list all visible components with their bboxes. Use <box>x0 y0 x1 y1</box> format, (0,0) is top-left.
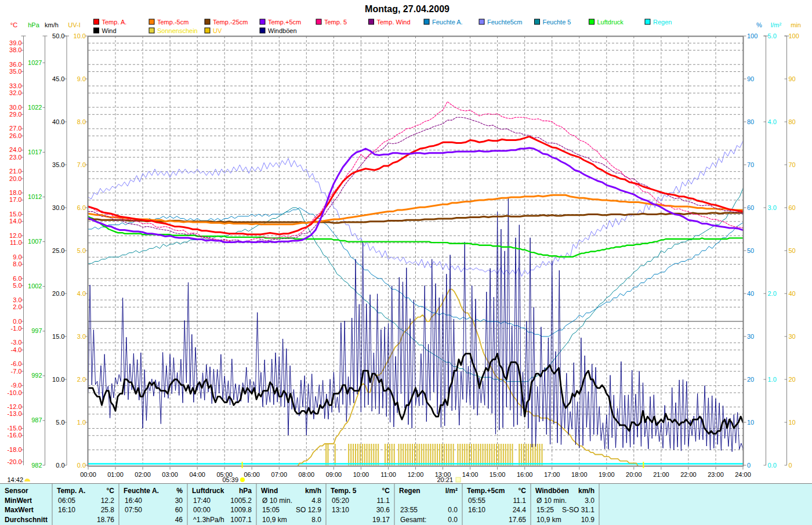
svg-text:20.0: 20.0 <box>9 175 21 182</box>
svg-text:-15.0: -15.0 <box>7 425 21 432</box>
svg-text:10.0: 10.0 <box>74 32 86 39</box>
svg-text:100: 100 <box>747 32 757 39</box>
svg-text:Temp. A.: Temp. A. <box>102 19 127 26</box>
svg-text:40: 40 <box>747 290 754 297</box>
svg-text:1009.8: 1009.8 <box>230 506 252 514</box>
svg-text:21.0: 21.0 <box>9 168 21 175</box>
svg-text:-6.0: -6.0 <box>11 360 22 367</box>
svg-text:1022: 1022 <box>28 104 42 111</box>
svg-text:1017: 1017 <box>28 149 42 155</box>
svg-text:35.0: 35.0 <box>9 68 21 75</box>
svg-text:Ø 10 min.: Ø 10 min. <box>262 497 292 505</box>
svg-text:Wind: Wind <box>261 487 278 495</box>
svg-text:km/h: km/h <box>305 487 321 495</box>
svg-text:18.0: 18.0 <box>9 189 21 196</box>
svg-text:90: 90 <box>789 75 796 82</box>
svg-text:9.0: 9.0 <box>13 254 21 260</box>
svg-text:997: 997 <box>31 327 42 334</box>
svg-text:Temp.-5cm: Temp.-5cm <box>157 19 188 26</box>
svg-text:23.0: 23.0 <box>9 154 21 161</box>
svg-text:11.0: 11.0 <box>10 239 22 246</box>
svg-text:40: 40 <box>789 290 796 297</box>
svg-text:17.0: 17.0 <box>9 196 21 203</box>
svg-text:39.0: 39.0 <box>9 39 21 46</box>
svg-text:40.0: 40.0 <box>52 118 64 125</box>
svg-text:80: 80 <box>747 118 754 125</box>
svg-text:25.8: 25.8 <box>101 506 115 514</box>
svg-text:24.0: 24.0 <box>9 146 21 153</box>
svg-text:6.0: 6.0 <box>77 204 86 211</box>
svg-text:12:00: 12:00 <box>408 471 424 478</box>
svg-text:Feuchte5cm: Feuchte5cm <box>487 19 523 26</box>
svg-text:18.76: 18.76 <box>97 516 114 524</box>
svg-text:Temp. A.: Temp. A. <box>57 487 85 495</box>
svg-text:Temp. Wind: Temp. Wind <box>377 19 411 26</box>
svg-text:70: 70 <box>747 161 754 168</box>
svg-text:-20.0: -20.0 <box>7 458 21 465</box>
svg-text:-7.0: -7.0 <box>11 368 22 375</box>
svg-text:7.0: 7.0 <box>77 161 86 168</box>
svg-text:03:00: 03:00 <box>162 471 178 478</box>
svg-text:17:00: 17:00 <box>544 471 560 478</box>
svg-text:l/m²: l/m² <box>445 487 458 495</box>
svg-text:2.0: 2.0 <box>13 303 21 310</box>
svg-text:23:00: 23:00 <box>708 471 724 478</box>
svg-text:1005.2: 1005.2 <box>230 497 252 505</box>
svg-text:-16.0: -16.0 <box>7 432 21 439</box>
svg-text:4.0: 4.0 <box>768 118 777 125</box>
svg-text:Gesamt:: Gesamt: <box>400 516 426 524</box>
svg-text:10: 10 <box>747 419 754 426</box>
svg-text:-13.0: -13.0 <box>7 410 21 417</box>
svg-text:-10.0: -10.0 <box>7 389 21 396</box>
svg-text:10: 10 <box>789 419 796 426</box>
svg-text:50: 50 <box>747 247 754 254</box>
svg-text:11:00: 11:00 <box>380 471 396 478</box>
svg-text:-12.0: -12.0 <box>7 403 21 410</box>
svg-text:Feuchte 5: Feuchte 5 <box>543 19 571 26</box>
svg-text:22:00: 22:00 <box>680 471 697 478</box>
svg-text:Temp.+5cm: Temp.+5cm <box>268 19 301 26</box>
svg-text:16:40: 16:40 <box>125 497 142 505</box>
svg-text:14:42: 14:42 <box>7 476 23 483</box>
svg-text:982: 982 <box>31 462 42 469</box>
svg-text:5.0: 5.0 <box>768 32 777 39</box>
svg-text:4.8: 4.8 <box>311 497 321 505</box>
svg-text:20:00: 20:00 <box>626 471 642 478</box>
svg-text:18:00: 18:00 <box>571 471 588 478</box>
svg-text:14.0: 14.0 <box>9 218 21 225</box>
svg-text:32.0: 32.0 <box>9 89 21 96</box>
svg-text:15.0: 15.0 <box>9 211 21 218</box>
svg-text:S-SO 31.1: S-SO 31.1 <box>562 506 594 514</box>
svg-text:Wind: Wind <box>102 27 117 34</box>
svg-text:-3.0: -3.0 <box>11 339 22 346</box>
svg-text:15.0: 15.0 <box>52 333 64 340</box>
svg-text:10,9 km: 10,9 km <box>262 516 287 524</box>
svg-text:Luftdruck: Luftdruck <box>192 487 224 495</box>
svg-text:15:00: 15:00 <box>490 471 506 478</box>
svg-text:60: 60 <box>175 506 183 514</box>
svg-text:SO 12.9: SO 12.9 <box>296 506 321 514</box>
svg-text:1.0: 1.0 <box>768 376 777 383</box>
svg-text:35.0: 35.0 <box>52 161 64 168</box>
svg-text:20:21: 20:21 <box>437 476 453 483</box>
svg-text:3.0: 3.0 <box>585 497 594 505</box>
svg-text:Windböen: Windböen <box>535 487 569 495</box>
svg-text:5.0: 5.0 <box>13 282 21 289</box>
svg-text:10.9: 10.9 <box>581 516 595 524</box>
svg-text:Ø 10 min.: Ø 10 min. <box>536 497 567 505</box>
svg-text:km/h: km/h <box>578 487 594 495</box>
svg-text:46: 46 <box>175 516 183 524</box>
svg-text:17.65: 17.65 <box>509 516 526 524</box>
svg-text:16:10: 16:10 <box>468 506 485 514</box>
svg-text:hPa: hPa <box>28 21 39 28</box>
svg-text:23:55: 23:55 <box>400 506 418 514</box>
svg-text:°C: °C <box>107 487 115 495</box>
svg-text:60: 60 <box>747 204 754 211</box>
svg-text:12.2: 12.2 <box>101 497 115 505</box>
svg-text:8.0: 8.0 <box>77 118 86 125</box>
svg-text:20: 20 <box>789 376 796 383</box>
svg-text:29.0: 29.0 <box>9 111 21 118</box>
svg-text:3.0: 3.0 <box>77 333 86 340</box>
svg-text:Feuchte A.: Feuchte A. <box>124 487 159 495</box>
svg-text:02:00: 02:00 <box>135 471 151 478</box>
